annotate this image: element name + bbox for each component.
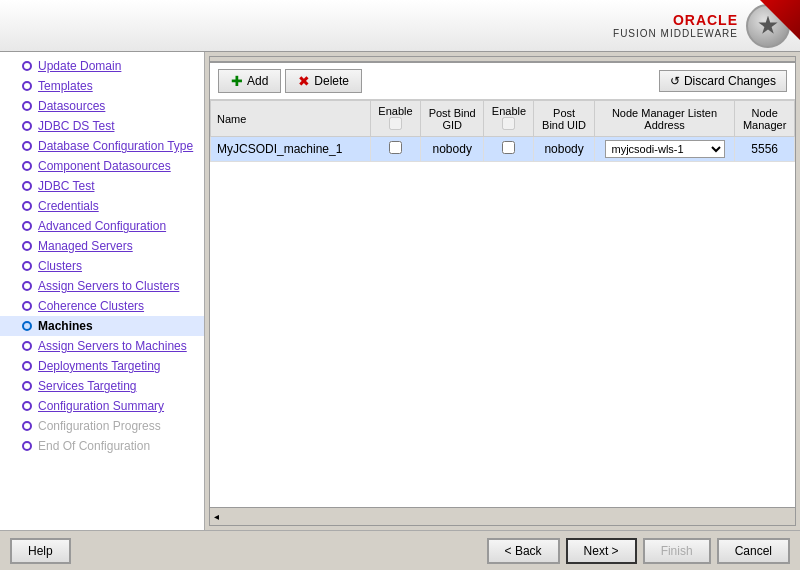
toolbar-left: ✚ Add ✖ Delete [218,69,362,93]
sidebar-item-db-config-type[interactable]: Database Configuration Type [0,136,204,156]
back-button[interactable]: < Back [487,538,560,564]
delete-button[interactable]: ✖ Delete [285,69,362,93]
bottom-scroll: ◂ [210,507,795,525]
cell-enable-gid[interactable] [371,137,421,162]
sidebar-link-clusters[interactable]: Clusters [38,259,82,273]
cell-name: MyJCSODI_machine_1 [211,137,371,162]
sidebar-link-component-datasources[interactable]: Component Datasources [38,159,171,173]
sidebar-link-assign-servers-machines[interactable]: Assign Servers to Machines [38,339,187,353]
sidebar-item-services-targeting[interactable]: Services Targeting [0,376,204,396]
sidebar-item-jdbc-test[interactable]: JDBC Test [0,176,204,196]
footer: Help < Back Next > Finish Cancel [0,530,800,570]
cancel-button[interactable]: Cancel [717,538,790,564]
content-inner: ✚ Add ✖ Delete ↺ Discard Changes [210,57,795,525]
scroll-left-arrow[interactable]: ◂ [214,511,219,522]
delete-icon: ✖ [298,73,310,89]
sidebar-item-configuration-summary[interactable]: Configuration Summary [0,396,204,416]
sidebar-item-component-datasources[interactable]: Component Datasources [0,156,204,176]
sidebar-link-assign-servers-clusters[interactable]: Assign Servers to Clusters [38,279,179,293]
cell-post-bind-uid: nobody [534,137,594,162]
col-header-node-manager: NodeManager [735,101,795,137]
sidebar-link-update-domain[interactable]: Update Domain [38,59,121,73]
sidebar-item-end-of-configuration: End Of Configuration [0,436,204,456]
sidebar-link-deployments-targeting[interactable]: Deployments Targeting [38,359,161,373]
delete-label: Delete [314,74,349,88]
sidebar-item-datasources[interactable]: Datasources [0,96,204,116]
sidebar-item-assign-servers-clusters[interactable]: Assign Servers to Clusters [0,276,204,296]
col-header-post-bind-uid: PostBind UID [534,101,594,137]
sidebar-link-datasources[interactable]: Datasources [38,99,105,113]
sidebar-item-templates[interactable]: Templates [0,76,204,96]
cell-enable-uid[interactable] [484,137,534,162]
sidebar-link-coherence-clusters[interactable]: Coherence Clusters [38,299,144,313]
sidebar-item-credentials[interactable]: Credentials [0,196,204,216]
table-row[interactable]: MyJCSODI_machine_1 nobody nobody myjcsod… [211,137,795,162]
cell-post-bind-gid: nobody [420,137,484,162]
sidebar-link-jdbc-test[interactable]: JDBC Test [38,179,94,193]
col-header-post-bind-gid: Post BindGID [420,101,484,137]
sidebar-label-machines: Machines [38,319,93,333]
sidebar-item-managed-servers[interactable]: Managed Servers [0,236,204,256]
add-label: Add [247,74,268,88]
col-header-enable-uid: Enable [484,101,534,137]
toolbar: ✚ Add ✖ Delete ↺ Discard Changes [210,63,795,100]
sidebar-item-update-domain[interactable]: Update Domain [0,56,204,76]
add-button[interactable]: ✚ Add [218,69,281,93]
sidebar: Update DomainTemplatesDatasourcesJDBC DS… [0,52,205,530]
sidebar-item-advanced-configuration[interactable]: Advanced Configuration [0,216,204,236]
next-button[interactable]: Next > [566,538,637,564]
header: ORACLE FUSION MIDDLEWARE [0,0,800,52]
sidebar-link-managed-servers[interactable]: Managed Servers [38,239,133,253]
table-body: MyJCSODI_machine_1 nobody nobody myjcsod… [211,137,795,162]
sidebar-label-end-of-configuration: End Of Configuration [38,439,150,453]
fusion-text: FUSION MIDDLEWARE [613,28,738,39]
sidebar-link-jdbc-ds-test[interactable]: JDBC DS Test [38,119,114,133]
footer-right: < Back Next > Finish Cancel [487,538,790,564]
sidebar-label-configuration-progress: Configuration Progress [38,419,161,433]
sidebar-link-services-targeting[interactable]: Services Targeting [38,379,137,393]
sidebar-item-assign-servers-machines[interactable]: Assign Servers to Machines [0,336,204,356]
sidebar-item-configuration-progress: Configuration Progress [0,416,204,436]
sidebar-link-credentials[interactable]: Credentials [38,199,99,213]
oracle-text: ORACLE [673,12,738,28]
oracle-icon-inner [758,16,778,36]
body: Update DomainTemplatesDatasourcesJDBC DS… [0,52,800,530]
sidebar-link-templates[interactable]: Templates [38,79,93,93]
machines-table: Name Enable Post BindGID Enable PostBind… [210,100,795,162]
table-container: Name Enable Post BindGID Enable PostBind… [210,100,795,507]
listen-address-select[interactable]: myjcsodi-wls-1 [605,140,725,158]
sidebar-item-jdbc-ds-test[interactable]: JDBC DS Test [0,116,204,136]
cell-node-manager: 5556 [735,137,795,162]
sidebar-link-db-config-type[interactable]: Database Configuration Type [38,139,193,153]
col-header-name: Name [211,101,371,137]
sidebar-link-configuration-summary[interactable]: Configuration Summary [38,399,164,413]
discard-icon: ↺ [670,74,680,88]
sidebar-link-advanced-configuration[interactable]: Advanced Configuration [38,219,166,233]
finish-button[interactable]: Finish [643,538,711,564]
help-button[interactable]: Help [10,538,71,564]
sidebar-item-machines[interactable]: Machines [0,316,204,336]
table-header: Name Enable Post BindGID Enable PostBind… [211,101,795,137]
sidebar-item-clusters[interactable]: Clusters [0,256,204,276]
sidebar-item-deployments-targeting[interactable]: Deployments Targeting [0,356,204,376]
cell-listen-address[interactable]: myjcsodi-wls-1 [594,137,735,162]
oracle-logo: ORACLE FUSION MIDDLEWARE [613,12,738,39]
content-area: ✚ Add ✖ Delete ↺ Discard Changes [209,56,796,526]
discard-button[interactable]: ↺ Discard Changes [659,70,787,92]
footer-left: Help [10,538,71,564]
discard-label: Discard Changes [684,74,776,88]
sidebar-item-coherence-clusters[interactable]: Coherence Clusters [0,296,204,316]
add-icon: ✚ [231,73,243,89]
col-header-enable-gid: Enable [371,101,421,137]
col-header-listen-address: Node Manager ListenAddress [594,101,735,137]
